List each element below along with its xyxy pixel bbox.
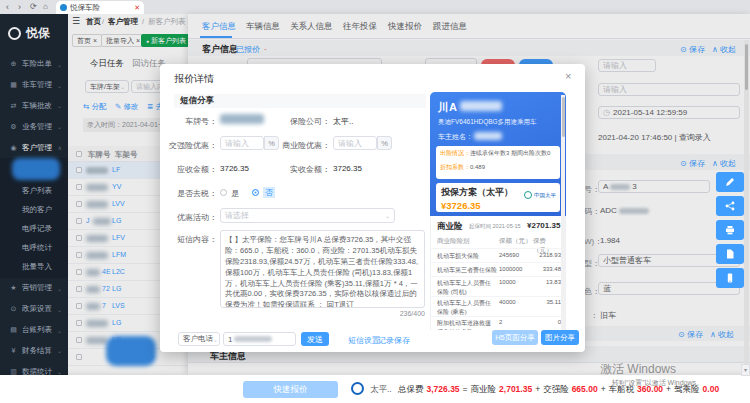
browser-home-icon[interactable]: ⌂ <box>43 1 48 13</box>
share-fab[interactable] <box>716 196 744 216</box>
quoted-badge[interactable]: 已报价 <box>236 44 260 55</box>
tab-quick-quote[interactable]: 快速报价 <box>388 21 422 33</box>
vin-cell[interactable]: LFM <box>112 251 126 258</box>
sidebar-subitem-call-records[interactable]: 电呼记录 <box>0 219 68 238</box>
sidebar-item-marketing[interactable]: ★营销管理⌄ <box>0 278 68 299</box>
row-checkbox[interactable] <box>76 201 82 207</box>
row-checkbox[interactable] <box>76 269 82 275</box>
document-fab[interactable] <box>716 244 744 264</box>
tax-no-radio[interactable] <box>252 189 259 196</box>
phone-input[interactable]: 1 <box>223 332 296 346</box>
tax-yes-radio[interactable] <box>220 189 227 196</box>
sms-content-textarea[interactable]: 【 】太平保险：您车牌号川A 总保费3726.35，其中交强险：665.0，车船… <box>220 230 425 308</box>
vin-cell[interactable]: L2C <box>112 268 125 275</box>
tab-today-tasks[interactable]: 今日任务 <box>90 58 124 70</box>
sy-discount-input[interactable]: 请输入 <box>333 136 377 150</box>
row-checkbox[interactable] <box>76 235 82 241</box>
h5-share-button[interactable]: H5页面分享 <box>492 330 538 345</box>
quick-quote-button[interactable]: 快速报价 <box>243 381 338 398</box>
vin-cell[interactable]: YV <box>112 183 121 190</box>
vin-cell[interactable]: LVV <box>112 200 125 207</box>
tab-customer-info[interactable]: 客户信息 <box>202 21 236 33</box>
vin-cell[interactable]: LG <box>112 217 121 224</box>
row-checkbox[interactable] <box>76 184 82 190</box>
row-checkbox[interactable] <box>76 320 82 326</box>
phone-type-select[interactable]: 客户电话⌄ <box>178 332 220 346</box>
browser-forward-icon[interactable]: › <box>18 1 21 13</box>
modal-close-icon[interactable]: × <box>565 70 571 82</box>
tab-vehicle-info[interactable]: 车辆信息 <box>246 21 280 33</box>
vin-cell[interactable]: LFV <box>112 234 125 241</box>
collapse-button[interactable]: ∧ 收起 <box>710 329 734 340</box>
drawer-scrollbar[interactable] <box>744 40 749 375</box>
sidebar-item-policy-settings[interactable]: ⊙政策设置⌄ <box>0 299 68 320</box>
menu-toggle-icon[interactable]: ☰ <box>72 16 80 26</box>
page-tag-import[interactable]: 批量导入× <box>101 34 145 47</box>
jq-discount-input[interactable]: 请输入 <box>220 136 264 150</box>
vin-cell[interactable]: LG <box>112 319 121 326</box>
sidebar-item-ledger[interactable]: ▤台账列表⌄ <box>0 320 68 341</box>
tab-related-persons[interactable]: 关系人信息 <box>290 21 333 33</box>
sidebar-item-customers[interactable]: ◉客户管理∧ <box>0 137 68 158</box>
breadcrumb[interactable]: 首页 <box>86 17 101 27</box>
search-type-select[interactable]: 车牌/车架⌄ <box>85 80 129 93</box>
page-tag-home[interactable]: 首页× <box>72 34 102 47</box>
sidebar-item-finance[interactable]: ¥财务结算⌄ <box>0 341 68 362</box>
select-all-checkbox[interactable] <box>76 151 82 157</box>
promo-select[interactable]: 请选择⌄ <box>220 208 395 223</box>
tax-no-label[interactable]: 否 <box>263 187 275 198</box>
row-checkbox[interactable] <box>76 286 82 292</box>
sidebar-subitem-call-stats[interactable]: 电呼统计 <box>0 238 68 257</box>
edit-fab[interactable] <box>716 172 744 192</box>
send-button[interactable]: 发送 <box>301 332 329 346</box>
save-button[interactable]: ⊙ 保存 <box>678 329 703 340</box>
tag-close-icon[interactable]: × <box>93 37 97 44</box>
browser-reload-icon[interactable]: ⟳ <box>30 1 37 13</box>
collapse-button[interactable]: ∧ 收起 <box>712 44 736 55</box>
row-checkbox[interactable] <box>76 337 82 343</box>
vin-cell[interactable]: LG <box>112 285 121 292</box>
scrollbar-thumb[interactable] <box>562 97 565 137</box>
field-input[interactable]: 请输入 <box>598 59 656 72</box>
save-button[interactable]: ⊙ 保存 <box>680 44 705 55</box>
sidebar-item-business[interactable]: ⚙业务管理⌄ <box>0 116 68 137</box>
row-checkbox[interactable] <box>76 354 82 360</box>
sidebar-item-policy-issue[interactable]: ⊕车险出单⌄ <box>0 54 68 75</box>
row-checkbox[interactable] <box>76 167 82 173</box>
sms-settings-link[interactable]: 短信设置 <box>348 335 380 346</box>
vin-cell[interactable]: LF <box>112 166 120 173</box>
breadcrumb[interactable]: 客户管理 <box>108 17 138 27</box>
row-checkbox[interactable] <box>76 303 82 309</box>
print-fab[interactable] <box>716 220 744 240</box>
driver-value: 0.00 <box>703 384 720 396</box>
tax-yes-label[interactable]: 是 <box>231 188 239 199</box>
sidebar-subitem-batch-import[interactable]: 批量导入 <box>0 257 68 276</box>
sidebar-item-vehicle-endorse[interactable]: ⇄车辆批改⌄ <box>0 95 68 116</box>
scrollbar-thumb[interactable] <box>745 44 748 90</box>
preview-scrollbar[interactable] <box>561 95 565 330</box>
save-button[interactable]: ⊙ 保存 <box>680 158 705 169</box>
field-input[interactable]: 请输入 <box>598 83 740 96</box>
edit-button[interactable]: ✎ 修改 <box>115 102 138 112</box>
browser-back-icon[interactable]: ‹ <box>6 1 9 13</box>
tag-close-icon[interactable]: × <box>136 37 140 44</box>
sidebar-item-nonauto[interactable]: ▦非车管理⌄ <box>0 75 68 96</box>
collapse-button[interactable]: ∧ 收起 <box>712 158 736 169</box>
image-share-button[interactable]: 图片分享 <box>541 330 579 345</box>
date-field[interactable]: ◷2021-05-14 12:59:59 <box>598 106 740 119</box>
sidebar-subitem-customer-list[interactable]: 客户列表 <box>0 181 68 200</box>
tab-past-policies[interactable]: 往年投保 <box>343 21 377 33</box>
breadcrumb-sep: / <box>102 17 104 26</box>
record-save-link[interactable]: 记录保存 <box>378 335 410 346</box>
browser-tab[interactable]: 悦保车险 ✕ <box>56 1 144 14</box>
plate-field[interactable]: A3 <box>598 180 710 193</box>
row-checkbox[interactable] <box>76 218 82 224</box>
vin-cell[interactable]: LVS <box>112 302 125 309</box>
mobile-fab[interactable] <box>716 268 744 288</box>
row-checkbox[interactable] <box>76 252 82 258</box>
tab-followup-info[interactable]: 跟进信息 <box>433 21 467 33</box>
sidebar-subitem-my-customers[interactable]: 我的客户 <box>0 200 68 219</box>
scrollbar-down-arrow[interactable]: ▾ <box>741 364 750 376</box>
tab-close-icon[interactable]: ✕ <box>134 4 140 12</box>
assign-button[interactable]: ⇆ 分配 <box>83 102 106 112</box>
